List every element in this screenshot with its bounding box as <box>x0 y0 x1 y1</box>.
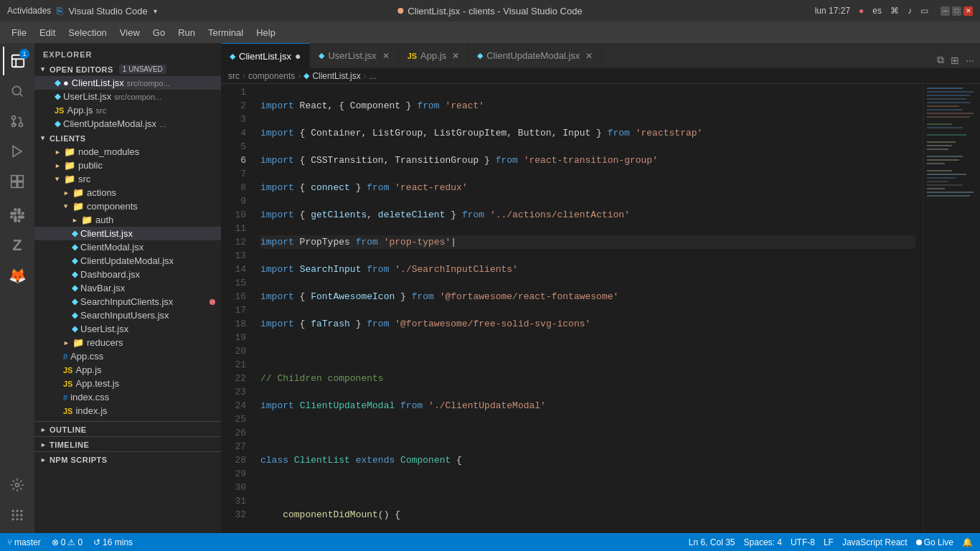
breadcrumb-src[interactable]: src <box>228 71 240 81</box>
status-encoding[interactable]: UTF-8 <box>791 537 815 547</box>
editor-layout-button[interactable]: ⊞ <box>948 52 961 68</box>
sidebar-item-git[interactable] <box>3 107 32 136</box>
outline-header[interactable]: ► OUTLINE <box>34 422 221 436</box>
window-controls[interactable]: ─ □ ✕ <box>941 6 973 16</box>
tree-node-modules[interactable]: ► 📁 node_modules <box>34 145 221 159</box>
open-editor-file-clientupdate[interactable]: ◆ ClientUpdateModal.jsx ... <box>34 117 221 131</box>
settings-icon[interactable] <box>3 471 32 499</box>
tab-appjs-name: App.js <box>420 50 446 61</box>
open-editor-file-appjs[interactable]: JS App.js src <box>34 103 221 117</box>
tree-appjs[interactable]: JS App.js <box>34 363 221 377</box>
zoom-icon[interactable]: Z <box>3 231 32 260</box>
menu-run[interactable]: Run <box>172 25 201 40</box>
svg-point-1 <box>12 86 21 95</box>
svg-point-13 <box>20 510 22 512</box>
tab-clientupdatemodal-close[interactable]: ✕ <box>585 51 593 61</box>
open-editor-file-userlist[interactable]: ◆ UserList.jsx src/compon... <box>34 90 221 103</box>
tree-indexcss[interactable]: # index.css <box>34 390 221 404</box>
tree-components[interactable]: ► 📁 components <box>34 199 221 213</box>
status-language[interactable]: JavaScript React <box>842 537 908 547</box>
sidebar-item-run[interactable] <box>3 137 32 166</box>
firefox-icon[interactable]: 🦊 <box>3 261 32 290</box>
open-editors-header[interactable]: ► OPEN EDITORS 1 UNSAVED <box>34 62 221 76</box>
svg-point-12 <box>16 510 18 512</box>
explorer-title: EXPLORER <box>34 43 221 62</box>
timeline-header[interactable]: ► TIMELINE <box>34 437 221 451</box>
status-spaces[interactable]: Spaces: 4 <box>744 537 782 547</box>
battery-icon: ▭ <box>920 6 928 16</box>
app-menu-arrow: ▾ <box>154 7 157 15</box>
searchinputclients-label: SearchInputClients.jsx <box>80 296 173 307</box>
sidebar-item-extensions[interactable] <box>3 167 32 196</box>
breadcrumb-ellipsis[interactable]: ... <box>369 71 377 81</box>
tree-navbar[interactable]: ◆ NavBar.jsx <box>34 281 221 295</box>
os-activities[interactable]: Actividades <box>7 6 51 16</box>
close-button[interactable]: ✕ <box>963 6 973 16</box>
indexcss-icon: # <box>63 393 67 402</box>
clients-header[interactable]: ► CLIENTS <box>34 131 221 145</box>
sidebar-item-explorer[interactable]: 1 <box>3 47 32 75</box>
tree-reducers[interactable]: ► 📁 reducers <box>34 336 221 349</box>
open-editor-file-clientlist[interactable]: ◆ ● ClientList.jsx src/compo... <box>34 76 221 90</box>
tab-appjs[interactable]: JS App.js ✕ <box>399 43 469 68</box>
tree-clientlist[interactable]: ◆ ClientList.jsx <box>34 227 221 240</box>
open-file-appjs-path: src <box>96 106 107 115</box>
chevron-npm: ► <box>40 456 47 463</box>
tree-apptestjs[interactable]: JS App.test.js <box>34 377 221 390</box>
tab-clientupdatemodal-name: ClientUpdateModal.jsx <box>486 50 580 61</box>
apps-icon[interactable] <box>3 501 32 529</box>
tree-userlist[interactable]: ◆ UserList.jsx <box>34 322 221 336</box>
split-editor-button[interactable]: ⧉ <box>935 52 946 68</box>
menu-file[interactable]: File <box>6 25 32 40</box>
searchinputusers-icon: ◆ <box>72 311 77 320</box>
tab-userlist-close[interactable]: ✕ <box>382 51 390 61</box>
clock-time: 16 mins <box>103 537 133 547</box>
menu-terminal[interactable]: Terminal <box>202 25 249 40</box>
menu-help[interactable]: Help <box>250 25 281 40</box>
tab-clientlist[interactable]: ◆ ClientList.jsx ● <box>221 43 310 68</box>
status-position[interactable]: Ln 6, Col 35 <box>689 537 735 547</box>
menu-go[interactable]: Go <box>147 25 171 40</box>
menu-edit[interactable]: Edit <box>34 25 61 40</box>
status-notify[interactable]: 🔔 <box>962 537 973 547</box>
tree-public[interactable]: ► 📁 public <box>34 159 221 172</box>
status-clock[interactable]: ↺ 16 mins <box>93 537 133 547</box>
tab-userlist[interactable]: ◆ UserList.jsx ✕ <box>310 43 398 68</box>
searchinputusers-label: SearchInputUsers.jsx <box>80 310 169 321</box>
tab-appjs-close[interactable]: ✕ <box>452 51 459 61</box>
tree-src[interactable]: ► 📁 src <box>34 172 221 186</box>
svg-rect-20 <box>927 88 963 89</box>
restore-button[interactable]: □ <box>952 6 961 16</box>
menu-view[interactable]: View <box>114 25 146 40</box>
tab-clientupdatemodal[interactable]: ◆ ClientUpdateModal.jsx ✕ <box>468 43 602 68</box>
wifi-icon: ⌘ <box>890 6 899 16</box>
status-golive[interactable]: Go Live <box>916 537 953 547</box>
golive-dot <box>916 540 922 545</box>
tree-clientmodal[interactable]: ◆ ClientModal.jsx <box>34 240 221 254</box>
breadcrumb-file[interactable]: ClientList.jsx <box>312 71 360 81</box>
status-errors[interactable]: ⊗ 0 ⚠ 0 <box>52 537 83 547</box>
status-eol[interactable]: LF <box>824 537 834 547</box>
more-actions-button[interactable]: ··· <box>963 52 976 68</box>
svg-point-17 <box>12 518 14 520</box>
status-branch[interactable]: ⑂ master <box>7 537 41 547</box>
minimize-button[interactable]: ─ <box>941 6 950 16</box>
tab-appjs-icon: JS <box>407 52 417 60</box>
breadcrumb-components[interactable]: components <box>248 71 295 81</box>
sidebar-item-search[interactable] <box>3 77 32 105</box>
npm-header[interactable]: ► NPM SCRIPTS <box>34 452 221 466</box>
tree-auth[interactable]: ► 📁 auth <box>34 213 221 227</box>
slack-icon[interactable] <box>3 201 32 230</box>
tree-dashboard[interactable]: ◆ Dashboard.jsx <box>34 268 221 281</box>
tree-appcss[interactable]: # App.css <box>34 349 221 363</box>
tree-searchinputclients[interactable]: ◆ SearchInputClients.jsx <box>34 295 221 309</box>
tree-actions[interactable]: ► 📁 actions <box>34 186 221 199</box>
tree-searchinputusers[interactable]: ◆ SearchInputUsers.jsx <box>34 309 221 322</box>
menu-selection[interactable]: Selection <box>62 25 112 40</box>
navbar-label: NavBar.jsx <box>80 283 125 293</box>
svg-point-14 <box>12 514 14 516</box>
svg-rect-8 <box>11 182 17 188</box>
tree-clientupdatemodal[interactable]: ◆ ClientUpdateModal.jsx <box>34 254 221 268</box>
tree-indexjs[interactable]: JS index.js <box>34 404 221 418</box>
code-content[interactable]: import React, { Component } from 'react'… <box>253 84 923 533</box>
